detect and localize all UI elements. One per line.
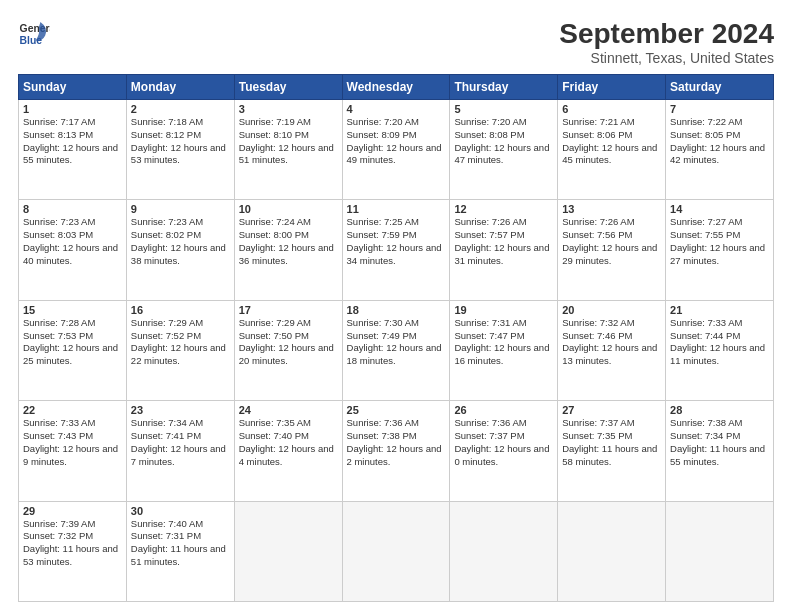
table-row: 14Sunrise: 7:27 AMSunset: 7:55 PMDayligh… [666,200,774,300]
table-row: 12Sunrise: 7:26 AMSunset: 7:57 PMDayligh… [450,200,558,300]
day-info: Sunrise: 7:40 AMSunset: 7:31 PMDaylight:… [131,518,230,569]
day-number: 7 [670,103,769,115]
day-info: Sunrise: 7:35 AMSunset: 7:40 PMDaylight:… [239,417,338,468]
calendar-row: 22Sunrise: 7:33 AMSunset: 7:43 PMDayligh… [19,401,774,501]
day-number: 28 [670,404,769,416]
day-number: 27 [562,404,661,416]
day-number: 30 [131,505,230,517]
table-row: 2Sunrise: 7:18 AMSunset: 8:12 PMDaylight… [126,100,234,200]
day-info: Sunrise: 7:31 AMSunset: 7:47 PMDaylight:… [454,317,553,368]
col-sunday: Sunday [19,75,127,100]
header: General Blue September 2024 Stinnett, Te… [18,18,774,66]
day-info: Sunrise: 7:30 AMSunset: 7:49 PMDaylight:… [347,317,446,368]
day-number: 19 [454,304,553,316]
day-number: 25 [347,404,446,416]
day-number: 12 [454,203,553,215]
day-info: Sunrise: 7:32 AMSunset: 7:46 PMDaylight:… [562,317,661,368]
table-row: 19Sunrise: 7:31 AMSunset: 7:47 PMDayligh… [450,300,558,400]
day-info: Sunrise: 7:22 AMSunset: 8:05 PMDaylight:… [670,116,769,167]
calendar-header-row: Sunday Monday Tuesday Wednesday Thursday… [19,75,774,100]
day-number: 4 [347,103,446,115]
table-row: 3Sunrise: 7:19 AMSunset: 8:10 PMDaylight… [234,100,342,200]
table-row: 25Sunrise: 7:36 AMSunset: 7:38 PMDayligh… [342,401,450,501]
table-row: 26Sunrise: 7:36 AMSunset: 7:37 PMDayligh… [450,401,558,501]
calendar-body: 1Sunrise: 7:17 AMSunset: 8:13 PMDaylight… [19,100,774,602]
day-info: Sunrise: 7:28 AMSunset: 7:53 PMDaylight:… [23,317,122,368]
day-info: Sunrise: 7:19 AMSunset: 8:10 PMDaylight:… [239,116,338,167]
day-number: 24 [239,404,338,416]
table-row [234,501,342,601]
table-row: 28Sunrise: 7:38 AMSunset: 7:34 PMDayligh… [666,401,774,501]
table-row: 4Sunrise: 7:20 AMSunset: 8:09 PMDaylight… [342,100,450,200]
day-number: 16 [131,304,230,316]
day-info: Sunrise: 7:34 AMSunset: 7:41 PMDaylight:… [131,417,230,468]
table-row: 8Sunrise: 7:23 AMSunset: 8:03 PMDaylight… [19,200,127,300]
day-info: Sunrise: 7:17 AMSunset: 8:13 PMDaylight:… [23,116,122,167]
table-row: 27Sunrise: 7:37 AMSunset: 7:35 PMDayligh… [558,401,666,501]
day-info: Sunrise: 7:38 AMSunset: 7:34 PMDaylight:… [670,417,769,468]
col-saturday: Saturday [666,75,774,100]
day-number: 29 [23,505,122,517]
day-info: Sunrise: 7:36 AMSunset: 7:37 PMDaylight:… [454,417,553,468]
day-number: 26 [454,404,553,416]
day-number: 11 [347,203,446,215]
day-number: 18 [347,304,446,316]
day-info: Sunrise: 7:29 AMSunset: 7:52 PMDaylight:… [131,317,230,368]
day-number: 22 [23,404,122,416]
table-row: 22Sunrise: 7:33 AMSunset: 7:43 PMDayligh… [19,401,127,501]
day-number: 2 [131,103,230,115]
day-info: Sunrise: 7:25 AMSunset: 7:59 PMDaylight:… [347,216,446,267]
table-row: 7Sunrise: 7:22 AMSunset: 8:05 PMDaylight… [666,100,774,200]
table-row: 23Sunrise: 7:34 AMSunset: 7:41 PMDayligh… [126,401,234,501]
table-row: 9Sunrise: 7:23 AMSunset: 8:02 PMDaylight… [126,200,234,300]
day-info: Sunrise: 7:18 AMSunset: 8:12 PMDaylight:… [131,116,230,167]
day-number: 6 [562,103,661,115]
day-info: Sunrise: 7:26 AMSunset: 7:56 PMDaylight:… [562,216,661,267]
table-row [342,501,450,601]
table-row: 1Sunrise: 7:17 AMSunset: 8:13 PMDaylight… [19,100,127,200]
logo-icon: General Blue [18,18,50,50]
col-wednesday: Wednesday [342,75,450,100]
table-row: 16Sunrise: 7:29 AMSunset: 7:52 PMDayligh… [126,300,234,400]
day-number: 20 [562,304,661,316]
table-row [450,501,558,601]
table-row: 15Sunrise: 7:28 AMSunset: 7:53 PMDayligh… [19,300,127,400]
table-row: 30Sunrise: 7:40 AMSunset: 7:31 PMDayligh… [126,501,234,601]
table-row [558,501,666,601]
col-friday: Friday [558,75,666,100]
day-info: Sunrise: 7:33 AMSunset: 7:43 PMDaylight:… [23,417,122,468]
day-number: 3 [239,103,338,115]
day-info: Sunrise: 7:36 AMSunset: 7:38 PMDaylight:… [347,417,446,468]
table-row: 6Sunrise: 7:21 AMSunset: 8:06 PMDaylight… [558,100,666,200]
calendar-row: 1Sunrise: 7:17 AMSunset: 8:13 PMDaylight… [19,100,774,200]
table-row: 29Sunrise: 7:39 AMSunset: 7:32 PMDayligh… [19,501,127,601]
main-title: September 2024 [559,18,774,50]
day-number: 9 [131,203,230,215]
day-number: 21 [670,304,769,316]
calendar-row: 15Sunrise: 7:28 AMSunset: 7:53 PMDayligh… [19,300,774,400]
table-row: 5Sunrise: 7:20 AMSunset: 8:08 PMDaylight… [450,100,558,200]
page: General Blue September 2024 Stinnett, Te… [0,0,792,612]
day-number: 14 [670,203,769,215]
table-row: 10Sunrise: 7:24 AMSunset: 8:00 PMDayligh… [234,200,342,300]
day-info: Sunrise: 7:39 AMSunset: 7:32 PMDaylight:… [23,518,122,569]
day-number: 13 [562,203,661,215]
day-number: 10 [239,203,338,215]
subtitle: Stinnett, Texas, United States [559,50,774,66]
calendar-table: Sunday Monday Tuesday Wednesday Thursday… [18,74,774,602]
day-info: Sunrise: 7:23 AMSunset: 8:02 PMDaylight:… [131,216,230,267]
day-info: Sunrise: 7:33 AMSunset: 7:44 PMDaylight:… [670,317,769,368]
table-row [666,501,774,601]
calendar-row: 8Sunrise: 7:23 AMSunset: 8:03 PMDaylight… [19,200,774,300]
day-number: 23 [131,404,230,416]
day-number: 1 [23,103,122,115]
day-info: Sunrise: 7:20 AMSunset: 8:09 PMDaylight:… [347,116,446,167]
day-info: Sunrise: 7:26 AMSunset: 7:57 PMDaylight:… [454,216,553,267]
day-info: Sunrise: 7:37 AMSunset: 7:35 PMDaylight:… [562,417,661,468]
day-info: Sunrise: 7:24 AMSunset: 8:00 PMDaylight:… [239,216,338,267]
col-tuesday: Tuesday [234,75,342,100]
col-monday: Monday [126,75,234,100]
day-number: 5 [454,103,553,115]
day-info: Sunrise: 7:20 AMSunset: 8:08 PMDaylight:… [454,116,553,167]
table-row: 20Sunrise: 7:32 AMSunset: 7:46 PMDayligh… [558,300,666,400]
